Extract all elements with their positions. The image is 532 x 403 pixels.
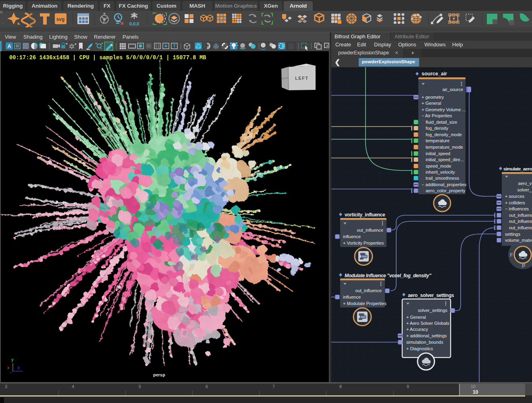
svg-text:svg: svg — [56, 17, 65, 22]
svg-text:trail_smoothness: trail_smoothness — [426, 176, 459, 181]
svg-text:solver_: solver_ — [517, 187, 532, 192]
svg-text:+ Modulate Properties: + Modulate Properties — [343, 301, 387, 306]
svg-text:A: A — [8, 44, 11, 49]
svg-text:aero_color_property: aero_color_property — [426, 188, 466, 193]
svg-text:+ Diagnostics: + Diagnostics — [406, 346, 433, 351]
svg-text:aero_v: aero_v — [518, 181, 532, 186]
svg-text:LEFT: LEFT — [295, 76, 309, 81]
svg-text:+ General: + General — [406, 315, 426, 320]
svg-text:Modulate Influence "voxel_fog_: Modulate Influence "voxel_fog_density" — [345, 273, 431, 278]
svg-text:+ Vorticity Properties: + Vorticity Properties — [343, 241, 384, 245]
svg-text:simulation_bounds: simulation_bounds — [406, 340, 443, 345]
svg-text:+ General: + General — [422, 101, 441, 106]
svg-text:− influences: − influences — [505, 206, 529, 211]
svg-text:air_source: air_source — [443, 87, 463, 92]
svg-text:+ sources: + sources — [505, 194, 524, 199]
svg-text:+ colliders: + colliders — [505, 200, 525, 205]
svg-text:y: y — [11, 357, 14, 362]
svg-text:inherit_velocity: inherit_velocity — [426, 170, 455, 174]
svg-text:out_influenc: out_influenc — [509, 219, 532, 224]
svg-text:out_influence: out_influence — [355, 288, 382, 293]
svg-text:x: x — [7, 366, 10, 370]
svg-text:influence: influence — [343, 234, 361, 239]
svg-text:solver_settings: solver_settings — [418, 308, 448, 313]
svg-text:+ additional_settings: + additional_settings — [406, 333, 447, 338]
svg-text:+ Aero Solver Globals: + Aero Solver Globals — [406, 321, 449, 326]
svg-text:+ geometry: + geometry — [422, 95, 444, 100]
svg-text:vorticity_influence: vorticity_influence — [345, 212, 385, 218]
svg-text:initial_speed_dire...: initial_speed_dire... — [426, 157, 464, 162]
svg-text:fluid_detail_size: fluid_detail_size — [426, 120, 457, 125]
svg-text:initial_speed: initial_speed — [426, 151, 450, 156]
svg-text:+ Accuracy: + Accuracy — [406, 327, 428, 332]
svg-text:volume_materia: volume_materia — [505, 238, 532, 243]
svg-text:P: P — [522, 263, 525, 269]
svg-text:out_influence: out_influence — [357, 228, 383, 233]
svg-text:fog_density_mode: fog_density_mode — [426, 132, 462, 137]
svg-text:out_influenc: out_influenc — [509, 225, 532, 230]
svg-text:temperature: temperature — [426, 138, 449, 143]
svg-text:influence: influence — [343, 295, 361, 299]
svg-text:settings: settings — [505, 232, 520, 237]
svg-text:aero_solver_settings: aero_solver_settings — [408, 293, 454, 298]
svg-text:temperature_mode: temperature_mode — [426, 145, 463, 150]
svg-text:z: z — [18, 366, 20, 370]
svg-text:+ Geometry Volume ...: + Geometry Volume ... — [422, 107, 466, 112]
svg-text:simulate_aero: simulate_aero — [503, 166, 532, 172]
svg-text:out_influenc: out_influenc — [509, 213, 532, 218]
svg-text:0,0,0: 0,0,0 — [129, 21, 139, 26]
svg-text:fog_density: fog_density — [426, 126, 449, 131]
svg-text:− additional_properties: − additional_properties — [422, 182, 467, 187]
svg-text:− Air Properties: − Air Properties — [422, 113, 452, 118]
svg-text:speed_mode: speed_mode — [426, 164, 451, 168]
svg-text:T: T — [173, 44, 175, 48]
svg-text:source_air: source_air — [422, 71, 447, 77]
svg-text:F: F — [510, 252, 513, 258]
